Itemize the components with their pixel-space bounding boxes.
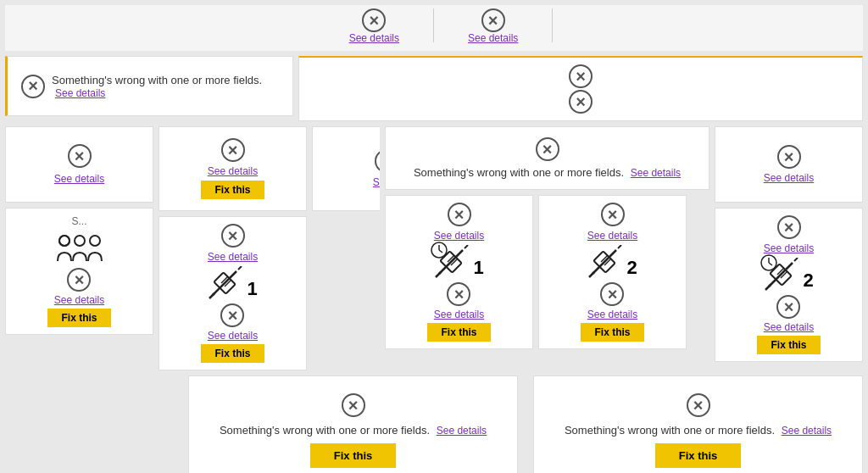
syringe-1-icon: 1 <box>208 266 257 300</box>
syringe-clock-2-icon: 2 <box>764 258 813 292</box>
banner-row: Something's wrong with one or more field… <box>5 56 863 121</box>
bottom-left-card: Something's wrong with one or more field… <box>188 376 518 473</box>
see-details-bottom-left[interactable]: See details <box>437 425 487 437</box>
see-details-bottom-right[interactable]: See details <box>782 425 832 437</box>
svg-point-1 <box>75 236 85 246</box>
see-details-c2-1[interactable]: See details <box>208 165 258 177</box>
fix-btn-sc1[interactable]: Fix this <box>427 323 490 342</box>
see-details-sc1[interactable]: See details <box>434 230 484 242</box>
error-icon-c1-2 <box>67 268 91 292</box>
error-icon-s2-b <box>600 282 624 306</box>
col1-label: S... <box>71 215 86 227</box>
svg-point-2 <box>90 236 100 246</box>
clock-icon-2 <box>760 254 777 271</box>
sc1-bottom: See details Fix this <box>427 282 490 342</box>
stacked-errors <box>569 64 593 114</box>
fix-btn-s2[interactable]: Fix this <box>581 323 643 342</box>
wide-error-card: Something's wrong with one or more field… <box>385 126 709 190</box>
svg-line-21 <box>589 272 594 277</box>
col2-card2: See details 1 See details Fix th <box>159 216 307 370</box>
error-icon-wide <box>536 137 559 161</box>
top-bar: See details See details <box>5 5 863 51</box>
see-details-link-top-1[interactable]: See details <box>349 32 399 44</box>
error-icon-sc1 <box>448 203 471 226</box>
error-icon-stacked-2 <box>569 90 593 114</box>
error-icon-stacked-1 <box>569 64 593 88</box>
syringe-num-1: 1 <box>247 278 257 300</box>
svg-line-22 <box>618 245 621 248</box>
syringe-num-2: 2 <box>626 257 637 279</box>
fix-btn-bottom-right[interactable]: Fix this <box>655 443 742 468</box>
col3-spacer <box>312 216 380 221</box>
see-details-s2[interactable]: See details <box>587 230 637 242</box>
main-grid: See details S... See details <box>5 126 863 370</box>
syringe-clock-2-card: See details <box>715 208 863 362</box>
banner-text-static: Something's wrong with one or more field… <box>52 74 262 86</box>
syringe-clock-1-icon: 1 <box>434 245 483 279</box>
see-details-s2-b[interactable]: See details <box>587 309 637 320</box>
error-icon-c2-2 <box>221 224 245 248</box>
error-icon-c2-3 <box>220 303 244 327</box>
svg-line-16 <box>465 245 468 248</box>
see-details-banner-left[interactable]: See details <box>55 87 105 99</box>
error-icon-bottom-right <box>687 393 710 417</box>
svg-line-31 <box>794 258 798 261</box>
group-icon <box>56 231 103 264</box>
error-icon-c1-1 <box>68 144 92 168</box>
syringe-2-card: See details 2 <box>538 195 687 349</box>
see-details-sc2-b[interactable]: See details <box>764 321 814 333</box>
svg-line-7 <box>238 266 242 270</box>
center-area: Something's wrong with one or more field… <box>385 126 709 370</box>
bottom-gap <box>523 376 528 473</box>
col1-card2: S... See details Fix this <box>5 208 153 335</box>
syringe-clock-1-card: See details <box>385 195 533 349</box>
error-icon-sc1-b <box>447 282 470 306</box>
syringe-2-icon: 2 <box>587 245 637 279</box>
col1-card1: See details <box>5 126 153 203</box>
col2-card1: See details Fix this <box>159 126 307 211</box>
see-details-c2-3[interactable]: See details <box>208 330 258 342</box>
col-1: See details S... See details <box>5 126 153 370</box>
svg-line-19 <box>593 250 616 274</box>
fix-btn-sc2[interactable]: Fix this <box>757 336 820 354</box>
col2-card2-bottom: See details Fix this <box>201 303 264 363</box>
right-col: See details See details <box>715 126 863 370</box>
top-bar-item-2: See details <box>434 8 552 44</box>
syringe-clock-wrap: 1 <box>434 245 483 279</box>
banner-message-left: Something's wrong with one or more field… <box>52 74 279 99</box>
bottom-left-msg-text: Something's wrong with one or more field… <box>220 424 430 437</box>
syringe-num-sc1: 1 <box>473 257 483 279</box>
main-container: See details See details Something's wron… <box>0 0 868 473</box>
fix-btn-c2-1[interactable]: Fix this <box>201 181 264 199</box>
syringe-row: See details <box>385 195 709 349</box>
error-icon-banner-left <box>21 75 45 98</box>
see-details-c1-1[interactable]: See details <box>54 173 104 185</box>
error-banner-left: Something's wrong with one or more field… <box>5 56 293 116</box>
see-details-link-top-2[interactable]: See details <box>468 32 518 44</box>
error-icon-c2-1 <box>221 138 245 162</box>
error-icon-top-2 <box>481 8 505 32</box>
see-details-sc1-b[interactable]: See details <box>434 309 484 320</box>
fix-btn-bottom-left[interactable]: Fix this <box>310 443 397 468</box>
syringe-clock-2-wrap: 2 <box>764 258 813 292</box>
error-icon-sc2 <box>777 215 801 239</box>
see-details-wide[interactable]: See details <box>631 167 681 179</box>
fix-btn-c1-2[interactable]: Fix this <box>47 309 110 327</box>
see-details-c2-2[interactable]: See details <box>208 251 258 263</box>
syringe-svg-1 <box>208 266 245 300</box>
fix-btn-c2-2[interactable]: Fix this <box>201 344 264 363</box>
see-details-sc2[interactable]: See details <box>764 242 814 254</box>
col3-card1: See d <box>312 126 380 211</box>
s2-bottom: See details Fix this <box>581 282 643 342</box>
error-icon-s2 <box>601 203 625 226</box>
bottom-right-msg-text: Something's wrong with one or more field… <box>565 424 775 437</box>
svg-line-6 <box>209 293 214 298</box>
see-details-r1[interactable]: See details <box>764 172 814 184</box>
svg-point-3 <box>59 236 70 246</box>
syringe-svg-2 <box>587 245 625 279</box>
bottom-spacer <box>5 376 183 473</box>
see-details-c1-2[interactable]: See details <box>54 294 104 306</box>
see-details-c3[interactable]: See d <box>373 176 380 188</box>
bottom-left-message: Something's wrong with one or more field… <box>220 424 487 437</box>
top-bar-item-1: See details <box>315 8 433 44</box>
